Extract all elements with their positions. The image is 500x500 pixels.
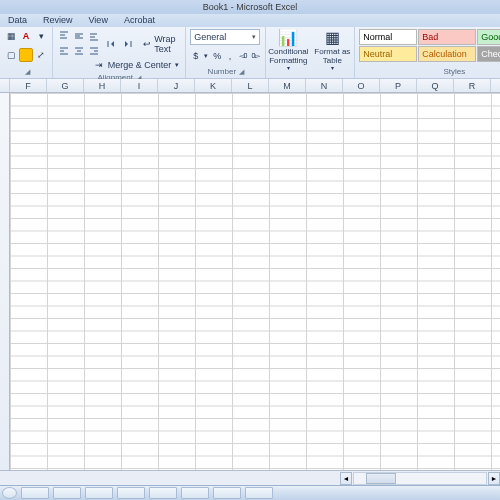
number-launcher[interactable]: ◢ bbox=[239, 68, 244, 76]
taskbar-item-4[interactable] bbox=[117, 487, 145, 499]
col-K[interactable]: K bbox=[195, 79, 232, 92]
styles-group-label: Styles bbox=[443, 67, 465, 76]
fill-color-button[interactable]: ▦ bbox=[4, 29, 18, 43]
borders-button[interactable]: ▢ bbox=[4, 48, 18, 62]
decrease-decimal-button[interactable]: 0▻ bbox=[250, 49, 261, 63]
currency-button[interactable]: $ bbox=[190, 49, 201, 63]
align-center-button[interactable] bbox=[72, 44, 86, 58]
style-check-cell[interactable]: Check Cell bbox=[477, 46, 500, 62]
title-bar: Book1 - Microsoft Excel bbox=[0, 0, 500, 14]
grid-cells[interactable] bbox=[10, 93, 500, 470]
col-R[interactable]: R bbox=[454, 79, 491, 92]
taskbar bbox=[0, 485, 500, 500]
col-H[interactable]: H bbox=[84, 79, 121, 92]
bottom-scroll-area: ◄ ► bbox=[0, 470, 500, 485]
group-alignment: ↩ Wrap Text ⇥ Merge & Center ▾ Alignment… bbox=[53, 27, 186, 78]
col-N[interactable]: N bbox=[306, 79, 343, 92]
style-calculation[interactable]: Calculation bbox=[418, 46, 476, 62]
number-format-dd-icon: ▾ bbox=[252, 33, 256, 41]
tab-review[interactable]: Review bbox=[35, 14, 81, 27]
group-number: General ▾ $ ▾ % , ◅0 0▻ Number◢ bbox=[186, 27, 266, 78]
sheet-tab-area[interactable] bbox=[0, 471, 340, 486]
ribbon-tabs: Data Review View Acrobat bbox=[0, 14, 500, 27]
wrap-text-button[interactable]: Wrap Text bbox=[154, 34, 181, 54]
col-L[interactable]: L bbox=[232, 79, 269, 92]
number-format-value: General bbox=[194, 32, 226, 42]
taskbar-item-6[interactable] bbox=[181, 487, 209, 499]
window-title: Book1 - Microsoft Excel bbox=[203, 2, 298, 12]
merge-dropdown[interactable]: ▾ bbox=[175, 61, 179, 69]
group-styles: Normal Bad Good Neutral Calculation Chec… bbox=[355, 27, 500, 78]
select-all-corner[interactable] bbox=[0, 79, 10, 92]
hscroll-thumb[interactable] bbox=[366, 473, 396, 484]
start-button[interactable] bbox=[2, 487, 17, 499]
hscroll-track[interactable] bbox=[353, 472, 487, 485]
format-as-table-icon: ▦ bbox=[325, 28, 340, 48]
font-color-button[interactable]: A bbox=[19, 29, 33, 43]
group-style-buttons: 📊 Conditional Formatting ▾ ▦ Format as T… bbox=[266, 27, 355, 78]
align-left-button[interactable] bbox=[57, 44, 71, 58]
column-headers: F G H I J K L M N O P Q R S bbox=[0, 79, 500, 93]
col-G[interactable]: G bbox=[47, 79, 84, 92]
highlight-button[interactable] bbox=[19, 48, 33, 62]
taskbar-item-7[interactable] bbox=[213, 487, 241, 499]
group-font-partial: ▦ A ▾ ▢ ⤢ ◢ bbox=[0, 27, 53, 78]
taskbar-item-5[interactable] bbox=[149, 487, 177, 499]
worksheet-grid[interactable] bbox=[0, 93, 500, 470]
svg-marker-20 bbox=[125, 41, 128, 47]
col-Q[interactable]: Q bbox=[417, 79, 454, 92]
font-color-dropdown[interactable]: ▾ bbox=[34, 29, 48, 43]
style-bad[interactable]: Bad bbox=[418, 29, 476, 45]
taskbar-item-8[interactable] bbox=[245, 487, 273, 499]
increase-indent-button[interactable] bbox=[120, 37, 134, 51]
col-S[interactable]: S bbox=[491, 79, 500, 92]
number-format-combo[interactable]: General ▾ bbox=[190, 29, 260, 45]
decrease-indent-button[interactable] bbox=[105, 37, 119, 51]
ribbon: ▦ A ▾ ▢ ⤢ ◢ bbox=[0, 27, 500, 79]
tab-acrobat[interactable]: Acrobat bbox=[116, 14, 163, 27]
merge-icon: ⇥ bbox=[92, 58, 106, 72]
currency-dropdown[interactable]: ▾ bbox=[203, 49, 209, 63]
orientation-button[interactable]: ⤢ bbox=[34, 48, 48, 62]
col-P[interactable]: P bbox=[380, 79, 417, 92]
cell-styles-gallery: Normal Bad Good Neutral Calculation Chec… bbox=[359, 29, 500, 62]
number-group-label: Number bbox=[208, 67, 236, 76]
font-launcher[interactable]: ◢ bbox=[4, 66, 48, 76]
row-headers[interactable] bbox=[0, 93, 10, 470]
col-O[interactable]: O bbox=[343, 79, 380, 92]
hscroll-left-arrow[interactable]: ◄ bbox=[340, 472, 352, 485]
tab-view[interactable]: View bbox=[81, 14, 116, 27]
percent-button[interactable]: % bbox=[212, 49, 223, 63]
increase-decimal-button[interactable]: ◅0 bbox=[238, 49, 249, 63]
align-bottom-button[interactable] bbox=[87, 29, 101, 43]
align-middle-button[interactable] bbox=[72, 29, 86, 43]
style-neutral[interactable]: Neutral bbox=[359, 46, 417, 62]
col-M[interactable]: M bbox=[269, 79, 306, 92]
format-as-table-button[interactable]: ▦ Format as Table ▾ bbox=[310, 27, 354, 73]
wrap-text-icon: ↩ bbox=[142, 37, 152, 51]
comma-button[interactable]: , bbox=[225, 49, 236, 63]
col-J[interactable]: J bbox=[158, 79, 195, 92]
style-normal[interactable]: Normal bbox=[359, 29, 417, 45]
col-I[interactable]: I bbox=[121, 79, 158, 92]
hscroll-right-arrow[interactable]: ► bbox=[488, 472, 500, 485]
taskbar-item-3[interactable] bbox=[85, 487, 113, 499]
style-good[interactable]: Good bbox=[477, 29, 500, 45]
align-top-button[interactable] bbox=[57, 29, 71, 43]
col-F[interactable]: F bbox=[10, 79, 47, 92]
app-window: Book1 - Microsoft Excel Data Review View… bbox=[0, 0, 500, 485]
merge-center-button[interactable]: Merge & Center bbox=[108, 60, 172, 70]
align-right-button[interactable] bbox=[87, 44, 101, 58]
taskbar-item-1[interactable] bbox=[21, 487, 49, 499]
conditional-formatting-icon: 📊 bbox=[278, 28, 298, 48]
tab-data[interactable]: Data bbox=[0, 14, 35, 27]
taskbar-item-2[interactable] bbox=[53, 487, 81, 499]
svg-marker-18 bbox=[111, 41, 114, 47]
conditional-formatting-button[interactable]: 📊 Conditional Formatting ▾ bbox=[266, 27, 310, 73]
